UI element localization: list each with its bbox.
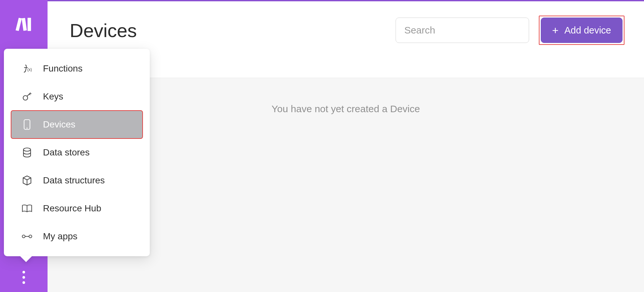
make-logo-icon bbox=[14, 15, 33, 33]
app-logo[interactable] bbox=[0, 0, 48, 48]
sidebar-item-label: Keys bbox=[43, 91, 63, 102]
sidebar-flyout: (x) Functions Keys Devices bbox=[4, 49, 150, 256]
add-device-label: Add device bbox=[565, 25, 611, 36]
empty-state-message: You have not yet created a Device bbox=[272, 103, 420, 292]
more-menu-trigger[interactable] bbox=[0, 263, 48, 292]
sidebar-item-data-structures[interactable]: Data structures bbox=[11, 166, 143, 194]
key-icon bbox=[21, 90, 33, 103]
cube-icon bbox=[21, 174, 33, 187]
sidebar-item-label: My apps bbox=[43, 231, 77, 242]
book-icon bbox=[21, 202, 33, 215]
svg-rect-1 bbox=[28, 18, 31, 31]
page-title: Devices bbox=[70, 20, 137, 41]
plus-icon: + bbox=[552, 25, 559, 36]
device-icon bbox=[21, 118, 33, 131]
sidebar-item-keys[interactable]: Keys bbox=[11, 83, 143, 111]
sidebar-item-label: Functions bbox=[43, 63, 82, 74]
svg-point-4 bbox=[23, 96, 28, 100]
sidebar-item-devices[interactable]: Devices bbox=[11, 111, 143, 139]
svg-rect-0 bbox=[21, 18, 27, 31]
add-device-highlight: + Add device bbox=[539, 16, 624, 45]
svg-point-10 bbox=[29, 235, 32, 238]
sidebar-item-label: Devices bbox=[43, 119, 76, 130]
svg-point-9 bbox=[22, 235, 25, 238]
add-device-button[interactable]: + Add device bbox=[541, 18, 623, 43]
sidebar-item-resource-hub[interactable]: Resource Hub bbox=[11, 194, 143, 222]
more-vertical-icon bbox=[22, 271, 25, 284]
sidebar-item-data-stores[interactable]: Data stores bbox=[11, 139, 143, 166]
sidebar-item-label: Resource Hub bbox=[43, 203, 101, 214]
function-icon: (x) bbox=[21, 62, 33, 75]
header-actions: + Add device bbox=[396, 16, 624, 45]
sidebar-item-functions[interactable]: (x) Functions bbox=[11, 55, 143, 83]
apps-icon bbox=[21, 230, 33, 243]
sidebar-item-label: Data structures bbox=[43, 175, 105, 186]
database-icon bbox=[21, 146, 33, 159]
sidebar-item-label: Data stores bbox=[43, 147, 90, 158]
svg-point-7 bbox=[23, 148, 31, 151]
search-input[interactable] bbox=[396, 18, 529, 43]
sidebar-item-my-apps[interactable]: My apps bbox=[11, 222, 143, 250]
svg-text:(x): (x) bbox=[27, 67, 32, 72]
